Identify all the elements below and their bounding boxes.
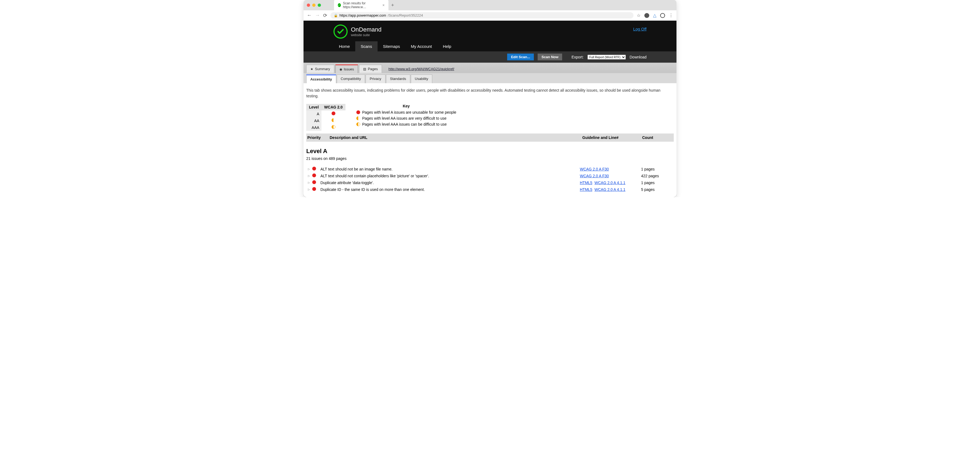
issue-count: 422 pages — [641, 174, 674, 178]
key-header: Key — [356, 104, 457, 108]
col-description: Description and URL — [329, 135, 581, 140]
severity-a-icon — [312, 180, 316, 184]
nav-item-scans[interactable]: Scans — [355, 41, 377, 51]
navbar-icons: ☆ △ ⋮ — [637, 13, 673, 18]
scan-toolbar: Edit Scan... Scan Now Export: Full Repor… — [304, 51, 676, 63]
issue-row: ▷ALT text should not contain placeholder… — [306, 173, 674, 179]
export-label: Export: — [571, 55, 583, 59]
dot-aaa-icon — [356, 122, 360, 126]
guideline-link[interactable]: WCAG 2.0 A 4.1.1 — [595, 181, 625, 185]
issue-description: Duplicate ID - the same ID is used on mo… — [320, 187, 580, 192]
subtab-standards[interactable]: Standards — [386, 74, 410, 83]
url-path: /Scans/Report/352224 — [388, 13, 423, 17]
maximize-window-icon[interactable] — [318, 3, 321, 7]
issue-guideline: HTML5 WCAG 2.0 A 4.1.1 — [580, 181, 641, 185]
extension2-icon[interactable]: △ — [653, 13, 656, 18]
expand-icon[interactable]: ▷ — [306, 174, 312, 177]
logoff-link[interactable]: Log Off — [633, 24, 646, 31]
titlebar: ✓ Scan results for https://www.w… × + — [304, 0, 676, 10]
nav-item-my-account[interactable]: My Account — [405, 41, 438, 51]
section-subheading: 21 issues on 489 pages — [306, 156, 674, 161]
col-guideline: Guideline and Line# — [581, 135, 641, 140]
dot-aa-icon — [356, 116, 360, 120]
nav-item-sitemaps[interactable]: Sitemaps — [377, 41, 406, 51]
reload-button[interactable]: ⟳ — [323, 13, 327, 19]
tab-strip: ✓ Scan results for https://www.w… × + — [334, 0, 394, 11]
brand-title: OnDemand — [351, 26, 382, 33]
intro-text: This tab shows accessibility issues, ind… — [306, 87, 674, 99]
subtab-privacy[interactable]: Privacy — [366, 74, 385, 83]
guideline-link[interactable]: HTML5 — [580, 187, 592, 192]
export-select[interactable]: Full Report (Word RTF) — [587, 55, 626, 60]
window-controls — [307, 3, 321, 7]
download-link[interactable]: Download — [630, 55, 646, 59]
issue-row: ▷ALT text should not be an image file na… — [306, 166, 674, 173]
tab-page: This tab shows accessibility issues, ind… — [304, 83, 676, 197]
expand-icon[interactable]: ▷ — [306, 181, 312, 184]
browser-navbar: ← → ⟳ 🔒 https://app.powermapper.com/Scan… — [304, 10, 676, 21]
issue-row: ▷Duplicate attribute 'data-toggle'.HTML5… — [306, 179, 674, 186]
tab-summary[interactable]: ★Summary — [306, 65, 334, 73]
issues-list: ▷ALT text should not be an image file na… — [306, 166, 674, 193]
back-button[interactable]: ← — [307, 13, 312, 18]
close-tab-icon[interactable]: × — [382, 3, 385, 7]
issue-description: ALT text should not contain placeholders… — [320, 174, 580, 178]
menu-icon[interactable]: ⋮ — [669, 13, 673, 18]
subtab-compatibility[interactable]: Compatibility — [337, 74, 365, 83]
key-legend: Key Pages with level A issues are unusab… — [356, 104, 457, 127]
nav-item-help[interactable]: Help — [438, 41, 457, 51]
tab-favicon-icon: ✓ — [338, 3, 341, 7]
summary-tab-icon: ★ — [310, 67, 313, 71]
dot-aa-icon — [332, 118, 336, 122]
subtab-usability[interactable]: Usability — [411, 74, 432, 83]
key-aaa-text: Pages with level AAA issues can be diffi… — [362, 122, 447, 127]
expand-icon[interactable]: ▷ — [306, 168, 312, 171]
issue-count: 1 pages — [641, 167, 674, 171]
bookmark-icon[interactable]: ☆ — [637, 13, 641, 18]
subtab-accessibility[interactable]: Accessibility — [306, 74, 336, 83]
guideline-link[interactable]: HTML5 — [580, 181, 592, 185]
minimize-window-icon[interactable] — [312, 3, 315, 7]
guideline-link[interactable]: WCAG 2.0 A F30 — [580, 167, 609, 171]
edit-scan-button[interactable]: Edit Scan... — [507, 54, 534, 60]
pages-tab-icon: ▤ — [363, 67, 366, 71]
level-table: Level WCAG 2.0 A AA AAA — [306, 104, 345, 131]
address-bar[interactable]: 🔒 https://app.powermapper.com/Scans/Repo… — [331, 12, 633, 19]
guideline-link[interactable]: WCAG 2.0 A 4.1.1 — [595, 187, 625, 192]
secondary-tabs: AccessibilityCompatibilityPrivacyStandar… — [304, 73, 676, 83]
issue-guideline: HTML5 WCAG 2.0 A 4.1.1 — [580, 187, 641, 192]
browser-tab[interactable]: ✓ Scan results for https://www.w… × — [334, 0, 388, 11]
tab-issues[interactable]: ◉Issues — [336, 65, 358, 73]
issue-description: Duplicate attribute 'data-toggle'. — [320, 181, 580, 185]
level-header-wcag: WCAG 2.0 — [321, 104, 345, 110]
severity-a-icon — [312, 187, 316, 191]
brand: OnDemand website suite — [334, 24, 382, 39]
key-a-text: Pages with level A issues are unusable f… — [362, 110, 457, 114]
col-priority: Priority — [306, 135, 329, 140]
level-AA-label: AA — [306, 117, 321, 124]
profile-icon[interactable] — [660, 13, 665, 18]
main-nav: HomeScansSitemapsMy AccountHelp — [304, 39, 676, 51]
expand-icon[interactable]: ▷ — [306, 188, 312, 191]
level-header-level: Level — [306, 104, 321, 110]
lock-icon: 🔒 — [334, 14, 338, 17]
browser-window: ✓ Scan results for https://www.w… × + ← … — [304, 0, 676, 197]
url-host: https://app.powermapper.com — [339, 13, 386, 17]
reference-link[interactable]: http://www.w3.org/WAI/WCAG21/quickref/ — [388, 67, 454, 71]
issue-guideline: WCAG 2.0 A F30 — [580, 174, 641, 178]
close-window-icon[interactable] — [307, 3, 310, 7]
primary-tabs: ★Summary◉Issues▤Pageshttp://www.w3.org/W… — [304, 63, 676, 73]
brand-subtitle: website suite — [351, 33, 382, 37]
issues-tab-icon: ◉ — [339, 67, 342, 71]
logo-icon — [334, 24, 348, 39]
col-count: Count — [641, 135, 674, 140]
new-tab-button[interactable]: + — [391, 2, 394, 8]
scan-now-button[interactable]: Scan Now — [538, 54, 562, 60]
extension1-icon[interactable] — [644, 13, 649, 18]
tab-title: Scan results for https://www.w… — [343, 2, 379, 9]
forward-button[interactable]: → — [315, 13, 320, 18]
nav-item-home[interactable]: Home — [334, 41, 355, 51]
guideline-link[interactable]: WCAG 2.0 A F30 — [580, 174, 609, 178]
tab-pages[interactable]: ▤Pages — [359, 65, 382, 73]
issues-header-row: Priority Description and URL Guideline a… — [306, 133, 674, 142]
